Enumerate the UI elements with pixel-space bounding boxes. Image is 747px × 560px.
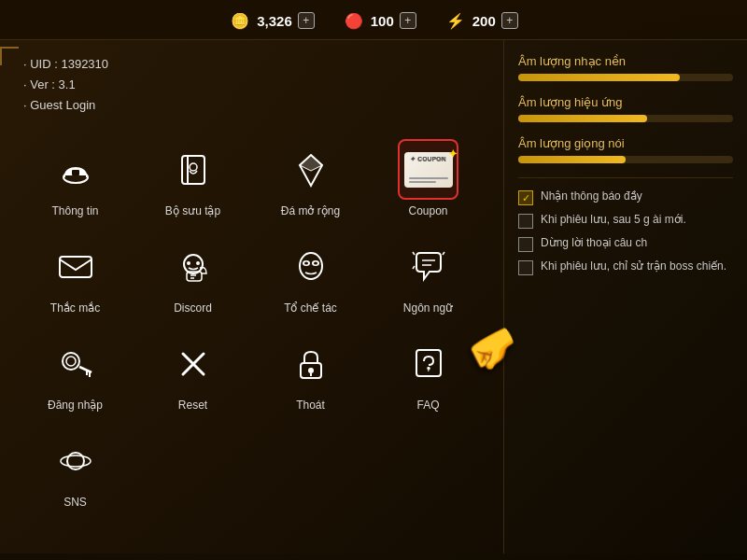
energy-value: 200	[472, 13, 496, 29]
svg-point-20	[63, 353, 79, 370]
svg-marker-5	[300, 155, 322, 171]
thoat-label: Thoát	[296, 399, 325, 412]
menu-item-reset[interactable]: Reset	[136, 329, 249, 416]
alien-icon	[280, 236, 341, 297]
discord-label: Discord	[174, 301, 212, 315]
diamond-icon	[280, 139, 341, 200]
voice-settings: Âm lượng giọng nói	[518, 136, 733, 163]
energy-group: ⚡ 200 +	[444, 9, 518, 32]
menu-item-faq[interactable]: ? FAQ	[372, 329, 485, 416]
faq-icon: ?	[398, 333, 458, 394]
energy-icon: ⚡	[444, 9, 467, 32]
sns-label: SNS	[63, 496, 87, 509]
checkbox-item-0[interactable]: ✓ Nhận thông báo đầy	[518, 189, 733, 205]
gem-group: 🔴 100 +	[343, 9, 416, 32]
thong-tin-label: Thông tin	[51, 204, 98, 217]
svg-point-16	[304, 261, 308, 264]
checkbox-2[interactable]	[518, 237, 533, 252]
svg-point-28	[308, 368, 314, 373]
bo-suu-tap-label: Bộ sưu tập	[165, 204, 220, 217]
ngon-ngu-label: Ngôn ngữ	[403, 301, 453, 315]
music-label: Âm lượng nhạc nền	[518, 54, 733, 68]
gem-icon: 🔴	[343, 9, 365, 32]
checkbox-item-3[interactable]: Khi phiêu lưu, chỉ sử trận boss chiến.	[518, 259, 733, 275]
main-container: · UID : 1392310 · Ver : 3.1 · Guest Logi…	[0, 40, 747, 553]
checkbox-label-2: Dừng lời thoại câu ch	[541, 236, 647, 249]
thac-mac-label: Thắc mắc	[50, 301, 100, 315]
checkbox-label-0: Nhận thông báo đầy	[541, 189, 642, 203]
key-icon	[45, 333, 106, 394]
to-che-tac-label: Tổ chế tác	[284, 301, 337, 315]
menu-item-ngon-ngu[interactable]: Ngôn ngữ	[372, 231, 485, 319]
gold-value: 3,326	[257, 13, 292, 29]
ver-label: · Ver : 3.1	[23, 75, 485, 95]
menu-item-thong-tin[interactable]: Thông tin	[19, 134, 132, 222]
svg-point-3	[190, 163, 197, 171]
checkbox-item-1[interactable]: Khi phiêu lưu, sau 5 g ài mới.	[518, 213, 733, 229]
voice-slider[interactable]	[518, 156, 733, 163]
menu-item-thoat[interactable]: Thoát	[254, 329, 367, 416]
speech-icon	[398, 236, 458, 297]
music-fill	[518, 74, 680, 81]
checkbox-3[interactable]	[518, 260, 533, 275]
left-panel: · UID : 1392310 · Ver : 3.1 · Guest Logi…	[0, 40, 504, 553]
checkbox-1[interactable]	[518, 214, 533, 229]
helmet-icon	[45, 139, 106, 200]
menu-item-to-che-tac[interactable]: Tổ chế tác	[254, 231, 367, 319]
mail-icon	[45, 236, 106, 297]
sfx-label: Âm lượng hiệu ứng	[518, 95, 733, 109]
svg-rect-2	[182, 156, 204, 184]
user-info: · UID : 1392310 · Ver : 3.1 · Guest Logi…	[19, 54, 485, 116]
checkbox-list: ✓ Nhận thông báo đầy Khi phiêu lưu, sau …	[518, 189, 733, 275]
menu-item-discord[interactable]: Discord	[136, 231, 249, 319]
book-icon	[162, 139, 223, 200]
svg-rect-6	[60, 257, 92, 277]
faq-label: FAQ	[416, 399, 439, 412]
menu-item-coupon[interactable]: ✦ COUPON ✦ Coupon	[372, 134, 485, 222]
coupon-label: Coupon	[408, 204, 447, 217]
reset-label: Reset	[178, 399, 207, 412]
gold-group: 🪙 3,326 +	[229, 9, 315, 32]
voice-label: Âm lượng giọng nói	[518, 136, 733, 150]
lock-icon	[280, 333, 341, 394]
menu-item-sns[interactable]: SNS	[19, 426, 132, 513]
menu-item-da-mo-rong[interactable]: Đá mở rộng	[254, 134, 367, 222]
discord-icon	[162, 236, 223, 297]
music-slider[interactable]	[518, 74, 733, 81]
menu-item-bo-suu-tap[interactable]: Bộ sưu tập	[136, 134, 249, 222]
da-mo-rong-label: Đá mở rộng	[281, 204, 340, 217]
saturn-icon	[45, 430, 106, 491]
checkbox-item-2[interactable]: Dừng lời thoại câu ch	[518, 236, 733, 252]
sfx-fill	[518, 115, 647, 122]
svg-line-22	[79, 367, 92, 372]
svg-point-34	[61, 455, 91, 467]
login-label: · Guest Login	[23, 95, 485, 116]
sfx-slider[interactable]	[518, 115, 733, 122]
gold-icon: 🪙	[229, 9, 251, 32]
gem-plus-button[interactable]: +	[400, 12, 416, 29]
svg-rect-1	[72, 170, 79, 175]
menu-grid: Thông tin Bộ sưu tập	[19, 134, 485, 513]
svg-point-21	[66, 357, 76, 366]
top-bar: 🪙 3,326 + 🔴 100 + ⚡ 200 +	[0, 0, 747, 40]
svg-point-7	[184, 255, 203, 273]
menu-item-thac-mac[interactable]: Thắc mắc	[19, 231, 132, 319]
menu-item-dang-nhap[interactable]: Đăng nhập	[19, 329, 132, 416]
checkbox-label-3: Khi phiêu lưu, chỉ sử trận boss chiến.	[541, 259, 726, 273]
sfx-settings: Âm lượng hiệu ứng	[518, 95, 733, 122]
voice-fill	[518, 156, 626, 163]
uid-label: · UID : 1392310	[23, 54, 485, 75]
svg-point-9	[196, 261, 200, 265]
right-panel: Âm lượng nhạc nền Âm lượng hiệu ứng Âm l…	[504, 40, 747, 553]
settings-divider	[518, 177, 733, 178]
checkbox-0[interactable]: ✓	[518, 190, 533, 205]
dang-nhap-label: Đăng nhập	[48, 399, 103, 412]
energy-plus-button[interactable]: +	[501, 12, 518, 29]
gold-plus-button[interactable]: +	[298, 12, 315, 29]
svg-point-13	[300, 253, 322, 279]
cross-icon	[162, 333, 223, 394]
checkbox-label-1: Khi phiêu lưu, sau 5 g ài mới.	[541, 213, 686, 226]
music-settings: Âm lượng nhạc nền	[518, 54, 733, 81]
corner-decoration	[0, 47, 19, 65]
svg-point-17	[314, 261, 317, 264]
